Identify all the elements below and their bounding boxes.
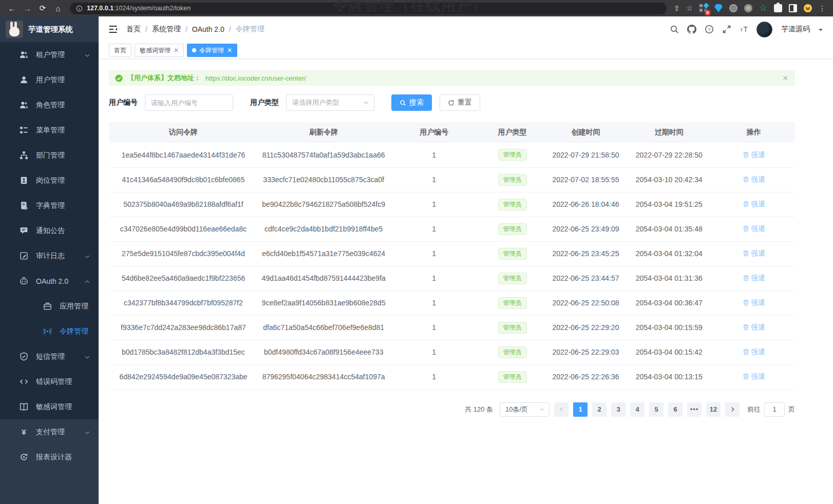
extensions-puzzle-icon[interactable] bbox=[774, 4, 782, 12]
page-button-12[interactable]: 12 bbox=[706, 402, 721, 417]
bookmark-star-icon[interactable]: ☆ bbox=[686, 4, 693, 12]
alert-close-icon[interactable]: ✕ bbox=[782, 74, 788, 82]
sidebar-item-pay[interactable]: ¥支付管理 bbox=[0, 419, 99, 444]
filter-form: 用户编号 用户类型 请选择用户类型 搜索 bbox=[109, 94, 795, 111]
breadcrumb-item[interactable]: 系统管理 bbox=[152, 25, 181, 34]
force-logout-button[interactable]: 强退 bbox=[743, 200, 765, 209]
page-button-3[interactable]: 3 bbox=[611, 402, 626, 417]
refresh-token-cell: 333ecfc71e02480cb11055c875c3ca0f bbox=[258, 167, 390, 192]
extension-cmd-icon[interactable] bbox=[729, 4, 737, 12]
sidebar-item-tenant[interactable]: 租户管理 bbox=[0, 42, 99, 67]
tab-令牌管理[interactable]: 令牌管理✕ bbox=[187, 44, 237, 57]
create-time-cell: 2022-06-25 22:29:20 bbox=[546, 315, 626, 340]
report-icon bbox=[20, 453, 28, 461]
sidebar-item-error-code[interactable]: 错误码管理 bbox=[0, 369, 99, 394]
user-type-cell: 管理员 bbox=[479, 266, 546, 290]
force-logout-button[interactable]: 强退 bbox=[743, 249, 765, 258]
force-logout-button[interactable]: 强退 bbox=[743, 224, 765, 234]
sidebar-item-dept[interactable]: 部门管理 bbox=[0, 143, 99, 168]
dict-icon bbox=[20, 201, 28, 210]
sidebar-item-label: 令牌管理 bbox=[60, 327, 88, 336]
table-row: 54d6be82ee5a460a9aedc1f9bf22365649d1aa46… bbox=[109, 266, 795, 290]
browser-forward-icon[interactable]: → bbox=[21, 2, 34, 15]
force-logout-button[interactable]: 强退 bbox=[743, 323, 765, 332]
fullscreen-icon[interactable] bbox=[722, 25, 731, 34]
side-panel-icon[interactable] bbox=[789, 4, 797, 12]
page-button-5[interactable]: 5 bbox=[649, 402, 664, 417]
page-button-2[interactable]: 2 bbox=[592, 402, 607, 417]
share-icon[interactable]: ⇧ bbox=[674, 4, 680, 12]
prev-page-button[interactable] bbox=[554, 402, 569, 417]
sidebar-item-oauth2-token[interactable]: 令牌管理 bbox=[0, 319, 99, 344]
tab-close-icon[interactable]: ✕ bbox=[227, 47, 232, 53]
extension-tiles-icon[interactable]: 9 bbox=[699, 4, 708, 12]
browser-reload-icon[interactable]: ⟳ bbox=[36, 2, 49, 15]
force-logout-button[interactable]: 强退 bbox=[743, 372, 765, 381]
create-time-cell: 2022-06-25 23:49:09 bbox=[546, 217, 626, 241]
reset-button[interactable]: 重置 bbox=[440, 94, 480, 111]
tab-首页[interactable]: 首页 bbox=[109, 44, 131, 57]
sidebar-item-label: 错误码管理 bbox=[36, 377, 72, 386]
sidebar-item-post[interactable]: 岗位管理 bbox=[0, 168, 99, 193]
extension-star-icon[interactable]: ☆ bbox=[759, 4, 767, 12]
user-type-select[interactable]: 请选择用户类型 bbox=[286, 94, 374, 111]
user-type-cell: 管理员 bbox=[479, 217, 546, 241]
access-token-cell: c342377bf8b344799dcbf7bf095287f2 bbox=[109, 290, 258, 315]
user-type-cell: 管理员 bbox=[479, 340, 546, 364]
sidebar-item-label: 岗位管理 bbox=[36, 176, 65, 185]
search-icon[interactable] bbox=[669, 25, 679, 34]
alert-doc-link[interactable]: https://doc.iocoder.cn/user-center/ bbox=[205, 74, 306, 82]
site-info-icon[interactable] bbox=[76, 5, 83, 12]
sidebar-item-audit-log[interactable]: 审计日志 bbox=[0, 243, 99, 268]
sidebar-item-dict[interactable]: 字典管理 bbox=[0, 193, 99, 218]
force-logout-button[interactable]: 强退 bbox=[743, 150, 765, 160]
github-icon[interactable] bbox=[687, 25, 696, 34]
menu-fold-icon[interactable] bbox=[108, 24, 118, 34]
user-type-cell: 管理员 bbox=[479, 192, 546, 217]
sidebar-item-report[interactable]: 报表设计器 bbox=[0, 444, 99, 470]
force-logout-button[interactable]: 强退 bbox=[743, 298, 765, 307]
user-id-input[interactable] bbox=[145, 94, 233, 111]
sidebar-item-oauth2-app[interactable]: 应用管理 bbox=[0, 294, 99, 319]
tab-敏感词管理[interactable]: 敏感词管理✕ bbox=[135, 44, 184, 57]
user-name[interactable]: 芋道源码 bbox=[781, 25, 810, 34]
sidebar-item-role[interactable]: 角色管理 bbox=[0, 92, 99, 118]
tab-close-icon[interactable]: ✕ bbox=[174, 47, 179, 53]
browser-menu-icon[interactable]: ⋮ bbox=[819, 4, 826, 12]
log-icon bbox=[20, 251, 28, 260]
sidebar-item-user[interactable]: 用户管理 bbox=[0, 67, 99, 92]
breadcrumb-item[interactable]: 首页 bbox=[126, 25, 141, 34]
page-button-1[interactable]: 1 bbox=[573, 402, 588, 417]
user-menu-caret-icon[interactable] bbox=[818, 26, 824, 32]
breadcrumb-item[interactable]: OAuth 2.0 bbox=[192, 25, 224, 33]
goto-page-input[interactable] bbox=[764, 402, 785, 417]
profile-emoji-icon[interactable] bbox=[804, 4, 812, 12]
search-button[interactable]: 搜索 bbox=[391, 94, 432, 111]
pager-more-button[interactable]: ••• bbox=[687, 402, 702, 417]
sidebar-item-oauth2[interactable]: OAuth 2.0 bbox=[0, 268, 99, 294]
sidebar-item-menu[interactable]: 菜单管理 bbox=[0, 118, 99, 143]
create-time-cell: 2022-06-25 22:29:03 bbox=[546, 340, 626, 364]
extension-record-icon[interactable] bbox=[744, 4, 752, 12]
next-page-button[interactable] bbox=[725, 402, 740, 417]
font-size-icon[interactable]: TT bbox=[739, 25, 749, 34]
page-button-6[interactable]: 6 bbox=[668, 402, 683, 417]
extension-gem-icon[interactable] bbox=[714, 4, 723, 12]
force-logout-label: 强退 bbox=[751, 200, 765, 209]
browser-home-icon[interactable]: ⌂ bbox=[51, 2, 65, 15]
sidebar-item-notice[interactable]: 通知公告 bbox=[0, 218, 99, 243]
sidebar-item-sms[interactable]: 短信管理 bbox=[0, 344, 99, 369]
help-icon[interactable]: ? bbox=[704, 25, 714, 34]
app-logo[interactable]: 芋道管理系统 bbox=[0, 16, 99, 42]
force-logout-button[interactable]: 强退 bbox=[743, 347, 765, 357]
force-logout-button[interactable]: 强退 bbox=[743, 175, 765, 184]
page-size-select[interactable]: 10条/页 bbox=[500, 402, 550, 417]
page-button-4[interactable]: 4 bbox=[630, 402, 645, 417]
address-bar[interactable]: 127.0.0.1:1024/system/oauth2/token bbox=[70, 3, 667, 14]
user-id-cell: 1 bbox=[389, 192, 479, 217]
breadcrumb-item: 令牌管理 bbox=[236, 25, 264, 34]
force-logout-button[interactable]: 强退 bbox=[743, 274, 765, 283]
user-avatar[interactable] bbox=[756, 22, 772, 37]
sidebar-item-sensitive-word[interactable]: 敏感词管理 bbox=[0, 394, 99, 419]
browser-back-icon[interactable]: ← bbox=[5, 2, 18, 15]
